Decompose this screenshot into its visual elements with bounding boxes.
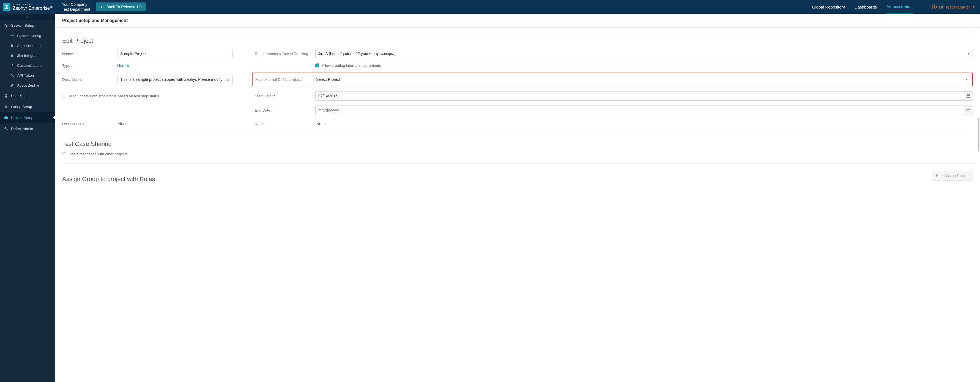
user-menu[interactable]: Hi Test Manager ▼ bbox=[932, 5, 975, 10]
gear-group-icon bbox=[4, 23, 8, 27]
sidebar-collapse-toggle[interactable]: « bbox=[0, 14, 55, 20]
start-date-label: Start Date* : bbox=[255, 94, 315, 98]
sidebar-label: Project Setup bbox=[11, 116, 33, 120]
name-label: Name* : bbox=[62, 52, 117, 56]
nav-administration[interactable]: Administration bbox=[886, 0, 913, 13]
project-icon bbox=[4, 116, 8, 120]
chevron-down-icon: ▼ bbox=[967, 52, 970, 55]
map-external-highlight: Map external Defect project : Select Pro… bbox=[252, 73, 973, 86]
num-value: None bbox=[315, 122, 973, 126]
sidebar-item-system-setup[interactable]: System Setup bbox=[0, 20, 55, 31]
back-button-label: Back To Release 1.0 bbox=[107, 5, 142, 9]
project-name-input[interactable] bbox=[117, 49, 233, 58]
brand-logo[interactable]: SMARTBEAR Zephyr EnterpriseSM bbox=[0, 3, 55, 11]
sidebar-item-system-config[interactable]: System Config bbox=[0, 31, 55, 41]
svg-rect-3 bbox=[11, 45, 13, 47]
checkbox-unchecked-icon bbox=[62, 94, 66, 98]
chevron-down-icon: ▼ bbox=[966, 78, 968, 81]
user-name: Test Manager bbox=[945, 5, 970, 10]
project-type-value: Normal bbox=[117, 63, 233, 68]
num-label: Num : bbox=[255, 122, 315, 126]
key-icon bbox=[10, 73, 14, 78]
checkbox-unchecked-icon bbox=[62, 152, 66, 156]
share-test-cases-label: Share test cases with other projects bbox=[69, 152, 128, 156]
svg-point-2 bbox=[11, 35, 13, 36]
edit-project-form: Name* : Requirements & Defect Tracking :… bbox=[62, 49, 973, 126]
sidebar-label: User Setup bbox=[11, 94, 30, 98]
top-nav: Global Repository Dashboards Administrat… bbox=[812, 0, 975, 13]
svg-point-4 bbox=[11, 54, 13, 57]
user-icon bbox=[4, 94, 8, 98]
start-date-picker-button[interactable] bbox=[964, 91, 973, 101]
topbar: SMARTBEAR Zephyr EnterpriseSM Your Compa… bbox=[0, 0, 980, 14]
req-tracking-select[interactable]: Jira A (https://qademo22.yourzephyr.com/… bbox=[315, 49, 973, 58]
start-date-input[interactable] bbox=[315, 91, 964, 101]
company-line1: Your Company bbox=[62, 2, 90, 7]
section-edit-project-title: Edit Project bbox=[62, 37, 973, 44]
nav-global-repository[interactable]: Global Repository bbox=[812, 1, 845, 13]
share-test-cases-toggle[interactable]: Share test cases with other projects bbox=[62, 152, 973, 156]
description-label: Description : bbox=[62, 78, 117, 82]
tools-icon bbox=[10, 63, 14, 68]
company-line2: Test Department bbox=[62, 7, 90, 12]
allow-internal-req-toggle[interactable]: Allow creating internal requirements bbox=[315, 63, 973, 68]
section-assign-group-title: Assign Group to project with Roles bbox=[62, 176, 155, 183]
sidebar-item-about-zephyr[interactable]: About Zephyr bbox=[0, 80, 55, 90]
bulk-assign-label: Bulk Assign Role bbox=[936, 173, 965, 178]
arrow-left-icon bbox=[100, 5, 104, 9]
type-label: Type : bbox=[62, 63, 117, 68]
sidebar: « System Setup System Config Authenticat… bbox=[0, 14, 55, 382]
chevron-down-icon: ▼ bbox=[972, 5, 975, 8]
allow-internal-label: Allow creating internal requirements bbox=[322, 63, 381, 68]
end-date-picker-button[interactable] bbox=[964, 106, 973, 115]
svg-point-6 bbox=[5, 94, 6, 96]
svg-point-11 bbox=[6, 129, 8, 130]
sidebar-item-group-setup[interactable]: Group Setup bbox=[0, 101, 55, 112]
map-external-project-select[interactable]: Select Project ▼ bbox=[313, 75, 971, 84]
content-area: Edit Project Name* : Requirements & Defe… bbox=[55, 28, 980, 382]
sidebar-item-defect-admin[interactable]: Defect Admin bbox=[0, 123, 55, 134]
auto-update-toggle[interactable]: Auto update execution status based on te… bbox=[62, 94, 233, 98]
sidebar-item-customizations[interactable]: Customizations bbox=[0, 60, 55, 70]
scrollbar[interactable] bbox=[978, 119, 980, 151]
sidebar-label: Customizations bbox=[17, 63, 42, 68]
bug-icon bbox=[10, 53, 14, 58]
sidebar-item-jira-integration[interactable]: Jira Integration bbox=[0, 51, 55, 60]
svg-point-5 bbox=[11, 74, 12, 75]
map-external-value: Select Project bbox=[316, 77, 340, 82]
auto-update-label: Auto update execution status based on te… bbox=[69, 94, 159, 98]
svg-point-10 bbox=[5, 127, 6, 128]
sidebar-item-authentication[interactable]: Authentication bbox=[0, 41, 55, 51]
sidebar-label: Defect Admin bbox=[11, 127, 33, 131]
sidebar-label: About Zephyr bbox=[17, 83, 39, 87]
end-date-label: End Date : bbox=[255, 108, 315, 113]
svg-point-7 bbox=[5, 106, 6, 107]
sidebar-item-project-setup[interactable]: Project Setup bbox=[0, 112, 55, 123]
checkbox-checked-icon bbox=[315, 63, 319, 67]
req-tracking-label: Requirements & Defect Tracking : bbox=[255, 52, 315, 56]
company-block: Your Company Test Department bbox=[55, 2, 90, 12]
section-test-case-sharing-title: Test Case Sharing bbox=[62, 140, 973, 147]
req-tracking-value: Jira A (https://qademo22.yourzephyr.com/… bbox=[318, 51, 396, 56]
sidebar-label: System Setup bbox=[11, 23, 34, 27]
sidebar-label: Group Setup bbox=[11, 105, 32, 109]
svg-rect-9 bbox=[5, 117, 8, 119]
bulk-assign-role-button[interactable]: Bulk Assign Role bbox=[932, 171, 973, 181]
sidebar-label: API Token bbox=[17, 73, 34, 78]
svg-rect-13 bbox=[967, 109, 970, 112]
brand-icon bbox=[3, 3, 10, 11]
lock-icon bbox=[10, 43, 14, 48]
map-external-label: Map external Defect project : bbox=[253, 78, 313, 82]
svg-rect-12 bbox=[967, 95, 970, 98]
brand-text: SMARTBEAR Zephyr EnterpriseSM bbox=[13, 3, 53, 10]
calendar-icon bbox=[966, 108, 970, 113]
leaf-icon bbox=[10, 83, 14, 87]
back-to-release-button[interactable]: Back To Release 1.0 bbox=[96, 3, 146, 11]
sidebar-item-api-token[interactable]: API Token bbox=[0, 70, 55, 80]
page-title: Project Setup and Management bbox=[55, 14, 980, 28]
nav-dashboards[interactable]: Dashboards bbox=[854, 1, 877, 13]
sidebar-item-user-setup[interactable]: User Setup bbox=[0, 90, 55, 101]
user-avatar-icon bbox=[932, 5, 937, 10]
project-description-input[interactable] bbox=[117, 75, 233, 84]
end-date-input[interactable] bbox=[315, 106, 964, 115]
